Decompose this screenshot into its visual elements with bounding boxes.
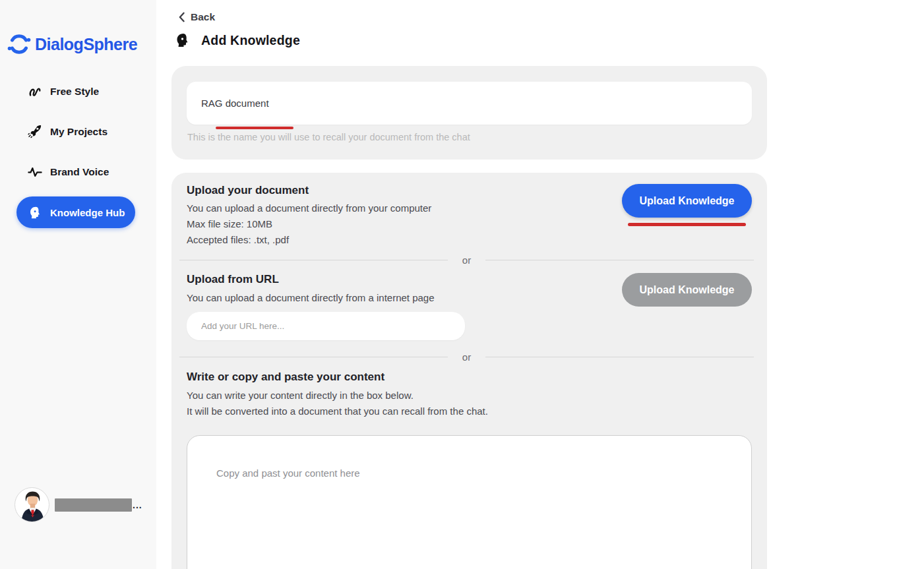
- upload-card: Upload your document You can upload a do…: [171, 173, 767, 569]
- or-divider: or: [179, 253, 754, 267]
- upload-url-title: Upload from URL: [187, 273, 279, 286]
- divider-line: [179, 260, 448, 260]
- waveform-icon: [28, 165, 42, 179]
- content-textarea[interactable]: [187, 435, 752, 569]
- write-content-line2: It will be converted into a document tha…: [187, 404, 488, 419]
- back-label: Back: [191, 11, 215, 23]
- main-content: Back Add Knowledge This is the name you …: [156, 0, 924, 569]
- document-name-input[interactable]: [187, 82, 752, 125]
- annotation-underline-red: [216, 127, 293, 129]
- app-root: DialogSphere Free Style: [0, 0, 924, 569]
- sidebar-item-free-style[interactable]: Free Style: [16, 76, 135, 107]
- write-content-line1: You can write your content directly in t…: [187, 388, 488, 404]
- url-input[interactable]: [187, 312, 465, 340]
- logo[interactable]: DialogSphere: [7, 32, 137, 57]
- divider-line: [179, 357, 448, 357]
- sidebar-item-my-projects[interactable]: My Projects: [16, 116, 135, 148]
- sidebar: DialogSphere Free Style: [0, 0, 156, 569]
- chevron-left-icon: [178, 12, 185, 22]
- upload-knowledge-url-button[interactable]: Upload Knowledge: [622, 273, 752, 307]
- upload-document-line2: Max file size: 10MB: [187, 216, 431, 232]
- page-title-row: Add Knowledge: [175, 32, 300, 49]
- write-content-desc: You can write your content directly in t…: [187, 388, 488, 419]
- divider-label: or: [462, 351, 471, 363]
- sidebar-item-brand-voice[interactable]: Brand Voice: [16, 156, 135, 188]
- scribble-icon: [28, 84, 42, 99]
- dialogsphere-logo-icon: [7, 32, 32, 57]
- head-icon: [28, 205, 42, 220]
- user-name-ellipsis: ...: [133, 500, 142, 510]
- upload-url-desc: You can upload a document directly from …: [187, 290, 435, 306]
- upload-knowledge-file-button[interactable]: Upload Knowledge: [622, 184, 752, 218]
- back-button[interactable]: Back: [178, 11, 215, 23]
- document-name-field: [187, 82, 752, 125]
- page-title: Add Knowledge: [201, 33, 300, 48]
- or-divider: or: [179, 349, 754, 364]
- divider-line: [485, 357, 754, 357]
- sidebar-item-knowledge-hub[interactable]: Knowledge Hub: [16, 196, 135, 228]
- upload-document-desc: You can upload a document directly from …: [187, 200, 431, 248]
- head-icon: [175, 32, 191, 49]
- document-name-card: This is the name you will use to recall …: [171, 66, 767, 160]
- upload-document-line1: You can upload a document directly from …: [187, 200, 431, 216]
- upload-document-line3: Accepted files: .txt, .pdf: [187, 232, 431, 248]
- rocket-icon: [28, 125, 42, 139]
- write-content-title: Write or copy and paste your content: [187, 371, 385, 384]
- divider-label: or: [462, 255, 471, 266]
- upload-url-line1: You can upload a document directly from …: [187, 290, 435, 306]
- divider-line: [485, 260, 754, 260]
- sidebar-item-label: My Projects: [50, 126, 108, 138]
- document-name-helper-text: This is the name you will use to recall …: [187, 132, 470, 142]
- annotation-underline-red: [628, 223, 746, 226]
- sidebar-item-label: Free Style: [50, 86, 99, 98]
- sidebar-item-label: Knowledge Hub: [50, 207, 125, 218]
- avatar: [15, 487, 49, 522]
- upload-document-title: Upload your document: [187, 184, 309, 197]
- logo-text: DialogSphere: [35, 35, 137, 54]
- sidebar-item-label: Brand Voice: [50, 166, 109, 178]
- user-name-redacted: [55, 498, 132, 512]
- user-profile[interactable]: ...: [15, 487, 142, 522]
